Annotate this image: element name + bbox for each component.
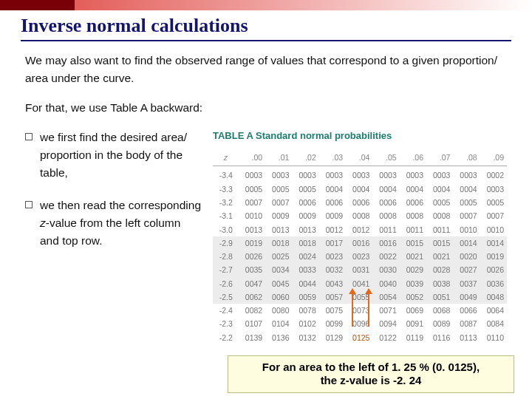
table-row: -2.4008200800078007500730071006900680066… bbox=[213, 304, 507, 317]
caption-line-2: the z-value is -2. 24 bbox=[321, 374, 422, 386]
intro-paragraph: We may also want to find the observed ra… bbox=[25, 52, 507, 87]
table-row: -2.3010701040102009900960094009100890087… bbox=[213, 317, 507, 330]
table-title: TABLE A Standard normal probabilities bbox=[213, 129, 507, 143]
arrow-annotation-left bbox=[352, 294, 353, 327]
table-row: -2.6004700450044004300410040003900380037… bbox=[213, 277, 507, 290]
z-table-header-row: z.00.01.02.03.04.05.06.07.08.09 bbox=[213, 151, 507, 166]
caption-box: For an area to the left of 1. 25 % (0. 0… bbox=[228, 355, 514, 394]
z-table-body: -3.4000300030003000300030003000300030003… bbox=[213, 166, 507, 344]
square-bullet-icon bbox=[25, 201, 33, 208]
table-row: -3.3000500050005000400040004000400040004… bbox=[213, 183, 507, 196]
page-title: Inverse normal calculations bbox=[21, 15, 511, 41]
table-row: -2.2013901360132012901250122011901160113… bbox=[213, 331, 507, 344]
content-area: We may also want to find the observed ra… bbox=[0, 52, 532, 344]
table-row: -3.1001000090009000900080008000800080007… bbox=[213, 209, 507, 222]
table-row: -2.5006200600059005700550054005200510049… bbox=[213, 290, 507, 304]
z-table: z.00.01.02.03.04.05.06.07.08.09 -3.40003… bbox=[213, 151, 507, 344]
lead-in-paragraph: For that, we use Table A backward: bbox=[25, 99, 507, 117]
bullet-2-part-b: -value from the left column and top row. bbox=[40, 216, 180, 247]
top-accent-bar bbox=[0, 0, 532, 10]
bullet-2-z: z bbox=[40, 216, 46, 229]
table-row: -3.0001300130013001200120011001100110010… bbox=[213, 223, 507, 236]
bullet-column: we first find the desired area/ proporti… bbox=[25, 129, 202, 265]
bullet-1-text: we first find the desired area/ proporti… bbox=[40, 129, 202, 182]
bullet-2-part-a: we then read the corresponding bbox=[40, 199, 201, 211]
bullet-item-2: we then read the corresponding z-value f… bbox=[25, 197, 202, 250]
arrow-annotation-right bbox=[368, 294, 369, 327]
bullet-2-text: we then read the corresponding z-value f… bbox=[40, 197, 202, 250]
table-column: TABLE A Standard normal probabilities z.… bbox=[213, 129, 507, 344]
table-row: -2.9001900180018001700160016001500150014… bbox=[213, 236, 507, 250]
bullet-item-1: we first find the desired area/ proporti… bbox=[25, 129, 202, 182]
two-column-layout: we first find the desired area/ proporti… bbox=[25, 129, 507, 344]
square-bullet-icon bbox=[25, 133, 33, 140]
table-row: -2.8002600250024002300230022002100210020… bbox=[213, 250, 507, 263]
table-row: -3.2000700070006000600060006000600050005… bbox=[213, 196, 507, 209]
caption-line-1: For an area to the left of 1. 25 % (0. 0… bbox=[262, 361, 480, 373]
table-row: -2.7003500340033003200310030002900280027… bbox=[213, 263, 507, 276]
table-row: -3.4000300030003000300030003000300030003… bbox=[213, 166, 507, 183]
